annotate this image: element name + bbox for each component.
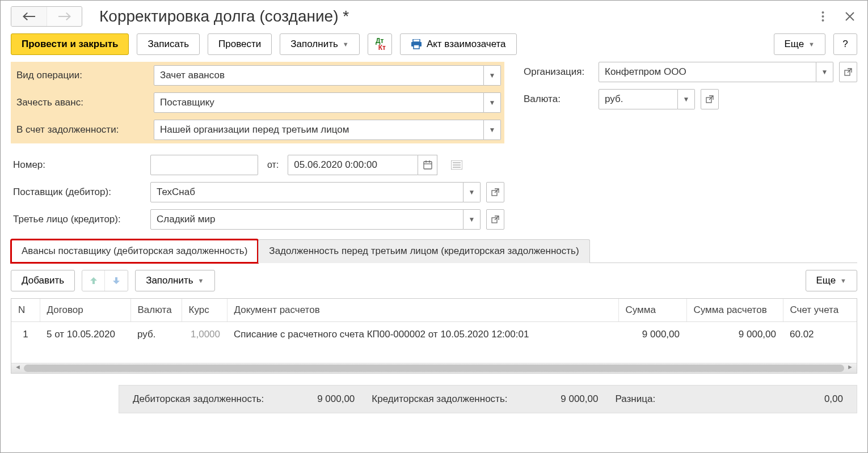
col-sum[interactable]: Сумма <box>618 299 686 322</box>
open-icon <box>491 188 499 196</box>
post-and-close-button[interactable]: Провести и закрыть <box>11 33 129 55</box>
col-n[interactable]: N <box>11 299 40 322</box>
chevron-down-icon[interactable]: ▼ <box>816 62 833 82</box>
against-debt-field[interactable]: Нашей организации перед третьим лицом ▼ <box>154 120 501 140</box>
cell-sum: 9 000,00 <box>618 322 686 348</box>
number-input[interactable] <box>150 155 258 175</box>
against-debt-label: В счет задолженности: <box>14 120 150 140</box>
diff-label: Разница: <box>615 393 655 405</box>
chevron-down-icon[interactable]: ▼ <box>464 182 481 202</box>
tab-debt-third-party[interactable]: Задолженность перед третьим лицом (креди… <box>258 239 589 263</box>
currency-open-button[interactable] <box>701 89 719 109</box>
nav-forward-button[interactable] <box>47 7 82 26</box>
col-doc[interactable]: Документ расчетов <box>227 299 618 322</box>
calendar-button[interactable] <box>418 155 437 175</box>
save-button[interactable]: Записать <box>137 33 200 55</box>
col-currency[interactable]: Валюта <box>130 299 182 322</box>
credit-label: Кредиторская задолженность: <box>372 393 507 405</box>
against-debt-value[interactable]: Нашей организации перед третьим лицом <box>154 120 484 140</box>
cell-account: 60.02 <box>783 322 857 348</box>
currency-value[interactable]: руб. <box>599 89 678 109</box>
help-button[interactable]: ? <box>833 33 857 55</box>
row-organization: Организация: Конфетпром ООО ▼ <box>521 62 857 82</box>
advances-table[interactable]: N Договор Валюта Курс Документ расчетов … <box>11 299 857 363</box>
col-rate[interactable]: Курс <box>182 299 227 322</box>
kebab-menu-button[interactable] <box>815 9 830 24</box>
offset-advance-label: Зачесть аванс: <box>14 92 150 113</box>
col-sum-calc[interactable]: Сумма расчетов <box>686 299 783 322</box>
table-wrap: N Договор Валюта Курс Документ расчетов … <box>11 298 857 374</box>
chevron-down-icon[interactable]: ▼ <box>484 92 501 113</box>
titlebar: Корректировка долга (создание) * <box>11 1 857 31</box>
nav-group <box>11 6 82 27</box>
chevron-down-icon[interactable]: ▼ <box>484 120 501 140</box>
dtkt-button[interactable]: ДтКт <box>368 33 392 55</box>
table-row[interactable]: 1 5 от 10.05.2020 руб. 1,0000 Списание с… <box>11 322 857 348</box>
third-party-open-button[interactable] <box>486 209 504 230</box>
row-third-party: Третье лицо (кредитор): Сладкий мир ▼ <box>11 209 504 230</box>
grid-more-button[interactable]: Еще ▼ <box>806 270 857 291</box>
document-window: Корректировка долга (создание) * Провест… <box>0 0 868 453</box>
main-toolbar: Провести и закрыть Записать Провести Зап… <box>11 31 857 62</box>
organization-value[interactable]: Конфетпром ООО <box>599 62 816 82</box>
offset-act-button[interactable]: Акт взаимозачета <box>400 33 517 55</box>
svg-point-1 <box>821 15 824 18</box>
open-icon <box>706 95 714 103</box>
open-icon <box>491 215 499 223</box>
arrow-up-icon <box>90 277 98 285</box>
supplier-value[interactable]: ТехСнаб <box>150 182 464 202</box>
organization-label: Организация: <box>521 62 595 82</box>
grid-fill-label: Заполнить <box>146 275 193 286</box>
form-left: Вид операции: Зачет авансов ▼ Зачесть ав… <box>11 62 504 230</box>
row-currency: Валюта: руб. ▼ <box>521 89 857 109</box>
offset-advance-field[interactable]: Поставщику ▼ <box>154 92 501 113</box>
list-icon-button[interactable] <box>451 160 462 170</box>
chevron-down-icon[interactable]: ▼ <box>678 89 695 109</box>
more-button[interactable]: Еще ▼ <box>774 33 825 55</box>
grid-move-group <box>82 270 128 291</box>
nav-back-button[interactable] <box>11 7 47 26</box>
cell-n: 1 <box>11 322 40 348</box>
organization-open-button[interactable] <box>839 62 857 82</box>
row-number: Номер: от: 05.06.2020 0:00:00 <box>11 155 504 175</box>
fill-button[interactable]: Заполнить ▼ <box>280 33 359 55</box>
svg-rect-6 <box>424 162 432 169</box>
cell-rate: 1,0000 <box>182 322 227 348</box>
offset-advance-value[interactable]: Поставщику <box>154 92 484 113</box>
move-down-button[interactable] <box>105 270 128 291</box>
third-party-field[interactable]: Сладкий мир ▼ <box>150 209 481 230</box>
operation-kind-label: Вид операции: <box>14 65 150 86</box>
calendar-icon <box>423 160 432 170</box>
chevron-down-icon: ▼ <box>808 41 815 48</box>
operation-kind-field[interactable]: Зачет авансов ▼ <box>154 65 501 86</box>
table-header-row: N Договор Валюта Курс Документ расчетов … <box>11 299 857 322</box>
organization-field[interactable]: Конфетпром ООО ▼ <box>599 62 833 82</box>
supplier-open-button[interactable] <box>486 182 504 202</box>
date-input[interactable]: 05.06.2020 0:00:00 <box>288 155 418 175</box>
supplier-field[interactable]: ТехСнаб ▼ <box>150 182 481 202</box>
post-button[interactable]: Провести <box>208 33 272 55</box>
close-icon <box>845 12 854 21</box>
chevron-down-icon[interactable]: ▼ <box>484 65 501 86</box>
close-button[interactable] <box>842 9 857 24</box>
svg-rect-5 <box>414 45 419 49</box>
move-up-button[interactable] <box>82 270 105 291</box>
chevron-down-icon: ▼ <box>343 41 349 48</box>
third-party-value[interactable]: Сладкий мир <box>150 209 464 230</box>
title-right <box>815 9 857 24</box>
tab-advances-supplier[interactable]: Авансы поставщику (дебиторская задолженн… <box>11 239 258 263</box>
col-contract[interactable]: Договор <box>40 299 130 322</box>
operation-kind-value[interactable]: Зачет авансов <box>154 65 484 86</box>
grid-add-button[interactable]: Добавить <box>11 270 75 291</box>
svg-rect-3 <box>413 39 420 42</box>
grid-fill-button[interactable]: Заполнить ▼ <box>135 270 214 291</box>
third-party-label: Третье лицо (кредитор): <box>11 209 147 230</box>
currency-field[interactable]: руб. ▼ <box>599 89 695 109</box>
chevron-down-icon[interactable]: ▼ <box>464 209 481 230</box>
grid-more-label: Еще <box>816 275 836 286</box>
horizontal-scrollbar[interactable] <box>11 363 857 373</box>
open-icon <box>844 68 852 76</box>
svg-point-0 <box>821 11 824 14</box>
col-account[interactable]: Счет учета <box>783 299 857 322</box>
debit-label: Дебиторская задолженность: <box>133 393 264 405</box>
